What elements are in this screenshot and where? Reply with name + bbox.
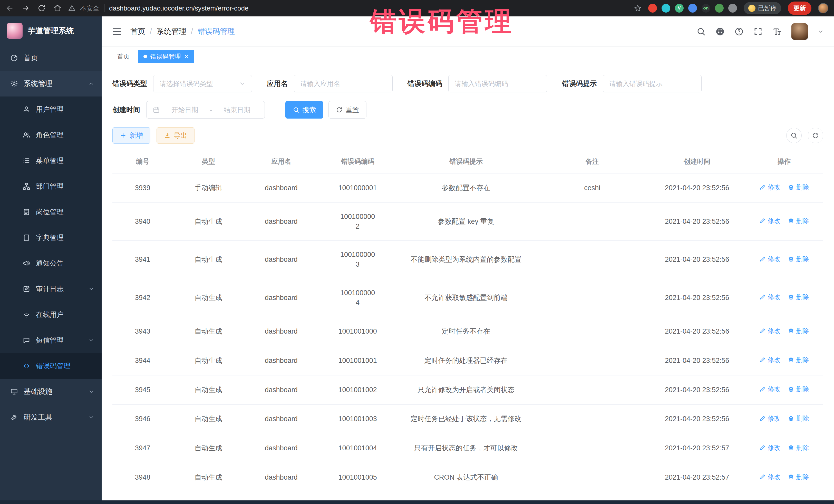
search-button[interactable]: 搜索 [285, 101, 323, 118]
tag-首页[interactable]: 首页 [112, 50, 135, 63]
collapse-menu-icon[interactable] [112, 27, 122, 37]
font-size-icon[interactable] [772, 27, 782, 36]
error-hint-input[interactable] [603, 75, 702, 92]
export-button[interactable]: 导出 [156, 127, 195, 144]
chevron-down-icon[interactable] [817, 28, 824, 35]
sidebar-item-post[interactable]: 岗位管理 [0, 199, 102, 225]
main-panel: 首页 / 系统管理 / 错误码管理 首页错误码管理× [102, 17, 834, 500]
app-name-input[interactable] [294, 75, 393, 92]
search-icon[interactable] [697, 27, 706, 36]
edit-icon [759, 294, 766, 300]
breadcrumb-system[interactable]: 系统管理 [156, 26, 186, 37]
row-id: 3945 [112, 375, 173, 405]
edit-link[interactable]: 修改 [759, 183, 781, 192]
sidebar-item-user[interactable]: 用户管理 [0, 96, 102, 122]
close-icon[interactable]: × [184, 53, 188, 60]
delete-icon [788, 386, 794, 392]
column-header: 错误码编码 [319, 150, 397, 174]
add-button[interactable]: 新增 [112, 127, 150, 144]
sidebar-item-dev-tools[interactable]: 研发工具 [0, 404, 102, 430]
delete-icon [788, 415, 794, 422]
error-code-input[interactable] [448, 75, 547, 92]
delete-link[interactable]: 删除 [788, 292, 809, 302]
edit-link[interactable]: 修改 [759, 385, 781, 394]
sidebar-item-error-code[interactable]: 错误码管理 [0, 353, 102, 379]
extension-drop-icon[interactable] [662, 4, 670, 13]
extension-vue-devtools-icon[interactable]: V [675, 4, 684, 13]
error-type-select[interactable]: 请选择错误码类型 [153, 75, 252, 92]
delete-link[interactable]: 删除 [788, 414, 809, 423]
breadcrumb-home[interactable]: 首页 [130, 26, 145, 37]
row-type: 自动生成 [173, 241, 244, 279]
extension-puzzle-icon[interactable] [728, 4, 737, 13]
toggle-search-button[interactable] [786, 128, 802, 143]
delete-link[interactable]: 删除 [788, 385, 809, 394]
row-memo [535, 375, 649, 405]
chevron-down-icon [88, 286, 94, 292]
app-logo[interactable]: 芋道管理系统 [0, 17, 102, 45]
delete-icon [788, 184, 794, 191]
bookmark-star-icon[interactable] [634, 4, 641, 12]
browser-back-icon[interactable] [6, 4, 14, 12]
sidebar-item-sms[interactable]: 短信管理 [0, 327, 102, 353]
sidebar-item-infra[interactable]: 基础设施 [0, 379, 102, 404]
sidebar-item-label: 短信管理 [36, 336, 64, 345]
edit-link[interactable]: 修改 [759, 326, 781, 335]
extensions-cluster: Von [648, 4, 737, 13]
sidebar-item-system[interactable]: 系统管理 [0, 71, 102, 96]
delete-link[interactable]: 删除 [788, 255, 809, 264]
row-code: 1001000001 [319, 174, 397, 203]
paused-badge[interactable]: 已暂停 [744, 2, 781, 14]
browser-profile-avatar[interactable] [818, 3, 828, 13]
edit-icon [759, 328, 766, 334]
sidebar-item-menu[interactable]: 菜单管理 [0, 148, 102, 174]
sidebar-item-home[interactable]: 首页 [0, 45, 102, 71]
delete-link[interactable]: 删除 [788, 183, 809, 192]
row-id: 3942 [112, 279, 173, 317]
edit-link[interactable]: 修改 [759, 292, 781, 302]
edit-link[interactable]: 修改 [759, 473, 781, 481]
reset-button[interactable]: 重置 [328, 101, 367, 118]
extension-palette-icon[interactable] [688, 4, 697, 13]
filter-label: 错误码类型 [112, 79, 147, 88]
edit-link[interactable]: 修改 [759, 216, 781, 225]
sidebar-item-role[interactable]: 角色管理 [0, 122, 102, 148]
edit-link[interactable]: 修改 [759, 443, 781, 452]
row-type: 手动编辑 [173, 174, 244, 203]
sidebar-item-dict[interactable]: 字典管理 [0, 225, 102, 250]
user-avatar[interactable] [791, 23, 808, 40]
delete-link[interactable]: 删除 [788, 443, 809, 452]
extension-record-icon[interactable] [648, 4, 657, 13]
sidebar-item-audit-log[interactable]: 审计日志 [0, 276, 102, 302]
extension-switch-icon[interactable]: on [702, 4, 710, 13]
delete-link[interactable]: 删除 [788, 326, 809, 335]
sidebar-item-dept[interactable]: 部门管理 [0, 174, 102, 199]
github-icon[interactable] [716, 27, 725, 36]
edit-link[interactable]: 修改 [759, 355, 781, 365]
row-code: 1001001003 [319, 404, 397, 434]
edit-link[interactable]: 修改 [759, 255, 781, 264]
edit-link[interactable]: 修改 [759, 414, 781, 423]
row-message: 参数配置 key 重复 [397, 202, 535, 241]
fullscreen-icon[interactable] [753, 27, 763, 36]
address-bar[interactable]: 不安全 dashboard.yudao.iocoder.cn/system/er… [68, 4, 627, 13]
sidebar-item-notice[interactable]: 通知公告 [0, 250, 102, 276]
tag-错误码管理[interactable]: 错误码管理× [138, 50, 194, 63]
help-icon[interactable] [734, 27, 744, 36]
row-code: 1001001002 [319, 375, 397, 405]
breadcrumb-current: 错误码管理 [198, 26, 235, 37]
delete-link[interactable]: 删除 [788, 216, 809, 225]
sidebar-item-online-user[interactable]: 在线用户 [0, 302, 102, 327]
browser-home-icon[interactable] [53, 4, 62, 12]
delete-link[interactable]: 删除 [788, 355, 809, 365]
date-range-picker[interactable]: 开始日期 - 结束日期 [146, 101, 265, 118]
delete-link[interactable]: 删除 [788, 473, 809, 481]
row-app: dashboard [244, 202, 319, 241]
update-button[interactable]: 更新 [788, 2, 811, 15]
refresh-table-button[interactable] [808, 128, 823, 143]
browser-forward-icon[interactable] [22, 4, 30, 12]
browser-reload-icon[interactable] [38, 4, 46, 12]
paused-label: 已暂停 [758, 4, 776, 12]
extension-leaf-icon[interactable] [715, 4, 724, 13]
row-actions: 修改删除 [745, 434, 823, 463]
